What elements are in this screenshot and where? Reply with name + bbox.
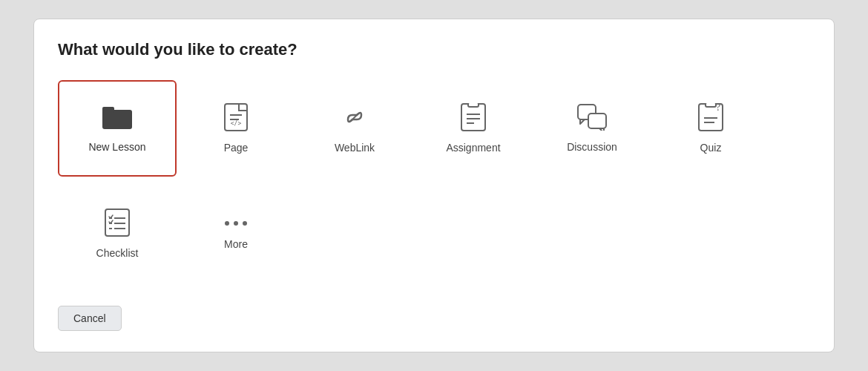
page-icon: </>: [224, 103, 248, 134]
item-page-label: Page: [224, 142, 249, 154]
cancel-button[interactable]: Cancel: [58, 306, 122, 331]
svg-rect-1: [102, 107, 114, 113]
discussion-icon: [577, 104, 607, 134]
item-assignment-label: Assignment: [446, 142, 500, 154]
link-icon: [341, 103, 369, 134]
item-checklist[interactable]: Checklist: [58, 186, 177, 282]
svg-rect-8: [468, 103, 479, 107]
item-more[interactable]: More: [177, 186, 295, 282]
svg-rect-15: [706, 103, 716, 107]
item-new-lesson-label: New Lesson: [88, 141, 145, 153]
assignment-icon: [461, 103, 486, 134]
svg-rect-7: [461, 104, 485, 131]
item-weblink-label: WebLink: [335, 142, 375, 154]
folder-icon: [102, 104, 132, 134]
item-page[interactable]: </> Page: [177, 80, 295, 177]
item-discussion-label: Discussion: [567, 141, 617, 153]
quiz-icon: ?: [698, 103, 723, 134]
items-row-2: Checklist More: [58, 186, 810, 282]
dialog-footer: Cancel: [58, 291, 810, 331]
more-icon: [223, 217, 249, 231]
checklist-icon: [105, 209, 130, 240]
item-checklist-label: Checklist: [96, 247, 139, 259]
svg-point-28: [243, 221, 247, 226]
items-row-1: New Lesson </> Page: [58, 80, 810, 177]
item-quiz[interactable]: ? Quiz: [651, 80, 770, 177]
item-weblink[interactable]: WebLink: [295, 80, 414, 177]
svg-point-27: [234, 221, 238, 226]
item-new-lesson[interactable]: New Lesson: [58, 80, 177, 177]
svg-rect-13: [588, 114, 606, 128]
dialog-title: What would you like to create?: [58, 40, 810, 59]
item-discussion[interactable]: Discussion: [533, 80, 651, 177]
item-quiz-label: Quiz: [700, 142, 722, 154]
svg-text:</>: </>: [231, 120, 242, 127]
item-assignment[interactable]: Assignment: [414, 80, 533, 177]
svg-text:?: ?: [716, 103, 720, 113]
svg-point-26: [225, 221, 229, 226]
item-more-label: More: [224, 238, 248, 250]
create-dialog: What would you like to create? New Lesso…: [33, 19, 835, 352]
